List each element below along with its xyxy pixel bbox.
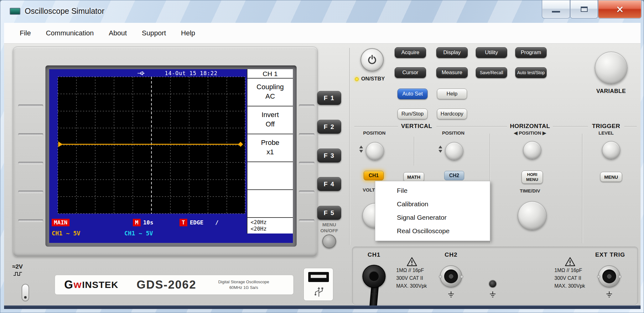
app-window: Oscilloscope Simulator File Communicatio… [0, 0, 644, 313]
ch2-scale-readout: CH1 ~ 5V [124, 230, 153, 237]
screen-bezel: 14-Out 15 18:22 [13, 47, 318, 257]
bezel-ridge [18, 219, 43, 222]
desc-line: 60MHz 1G Sa/s [218, 285, 269, 290]
ch-input-spec: 1MΩ // 16pF 300V CAT II MAX. 300Vpk [396, 266, 427, 290]
bnc-center [369, 271, 379, 282]
ch2-connector-label: CH2 [444, 251, 457, 258]
desc-line: Digital Storage Oscilloscope [218, 279, 269, 285]
measure-button[interactable]: Measure [436, 67, 468, 78]
menu-onoff-label2: ON/OFF [320, 228, 338, 233]
bezel-ridge [18, 191, 43, 193]
context-item-calibration[interactable]: Calibration [375, 197, 490, 211]
menu-help[interactable]: Help [174, 29, 203, 37]
run-stop-button[interactable]: Run/Stop [397, 109, 428, 119]
f5-button[interactable]: F 5 [317, 206, 341, 220]
ground-icon [489, 291, 496, 298]
autoset-button[interactable]: Auto Set [397, 89, 428, 99]
brand-plate: G w INSTEK GDS-2062 Digital Storage Osci… [55, 275, 294, 295]
freq-line: <20Hz [251, 226, 293, 232]
menu-about[interactable]: About [101, 29, 134, 37]
soft-menu-cell-empty2 [247, 190, 293, 218]
down-arrow-icon [359, 150, 363, 153]
power-button[interactable] [361, 48, 384, 71]
utility-button[interactable]: Utility [476, 47, 507, 58]
soft-menu-cell-probe: Probe x1 [247, 134, 293, 162]
menu-communication[interactable]: Communication [38, 29, 101, 37]
ground-icon [605, 291, 613, 298]
ch1-position-knob[interactable] [366, 142, 384, 160]
panel-groove [553, 126, 588, 127]
math-button[interactable]: MATH [403, 172, 424, 182]
autotest-stop-button[interactable]: Auto test/Stop [515, 67, 547, 78]
bezel-ridge [299, 133, 314, 136]
window-title: Oscilloscope Simulator [25, 7, 104, 16]
titlebar[interactable]: Oscilloscope Simulator [0, 0, 644, 23]
context-menu: File Calibration Signal Generator Real O… [375, 181, 490, 241]
spec-line: 1MΩ // 16pF [554, 266, 585, 274]
save-recall-button[interactable]: Save/Recall [476, 67, 507, 78]
usb-port-tongue [311, 275, 326, 278]
context-item-signal-generator[interactable]: Signal Generator [375, 211, 490, 224]
panel-groove [436, 126, 507, 127]
hardcopy-button[interactable]: Hardcopy [437, 109, 467, 119]
help-button[interactable]: Help [437, 89, 467, 99]
ch1-button[interactable]: CH1 [364, 171, 384, 180]
f4-button[interactable]: F 4 [317, 177, 341, 191]
hori-menu-button[interactable]: HORI MENU [522, 171, 543, 184]
menubar: File Communication About Support Help [4, 23, 641, 44]
time-div-label: TIME/DIV [520, 188, 540, 193]
main-badge: MAIN [52, 219, 70, 226]
screen-recess: 14-Out 15 18:22 [45, 65, 297, 247]
acquire-button[interactable]: Acquire [395, 47, 426, 58]
menu-onoff-label: MENU [322, 222, 336, 227]
menu-onoff-button[interactable] [322, 234, 336, 248]
timebase-badge: M [133, 219, 141, 226]
brand-logo-w: w [74, 279, 81, 290]
square-wave-icon [13, 271, 23, 276]
ch2-position-knob[interactable] [445, 142, 463, 160]
horizontal-position-label: ◀ POSITION ▶ [514, 130, 546, 136]
f3-button[interactable]: F 3 [317, 149, 341, 162]
trigger-level-knob[interactable] [602, 141, 620, 159]
probe-comp-hole [24, 296, 27, 299]
cell-line: Invert [247, 110, 293, 120]
maximize-button[interactable] [570, 0, 598, 18]
horizontal-position-knob[interactable] [523, 141, 541, 159]
usb-icon [137, 71, 145, 75]
spec-line: 1MΩ // 16pF [396, 266, 427, 274]
up-arrow-icon [439, 146, 442, 148]
warning-icon [565, 257, 575, 266]
ext-trig-bnc-connector [598, 265, 620, 287]
ch2-button[interactable]: CH2 [444, 171, 464, 180]
screen-datetime: 14-Out 15 18:22 [165, 70, 218, 76]
warning-icon [407, 257, 417, 266]
cell-line: AC [247, 92, 293, 101]
close-button[interactable] [598, 0, 641, 18]
connector-panel: CH1 1MΩ // 16pF 300V CAT II MAX. 300Vpk … [352, 247, 638, 305]
display-button[interactable]: Display [436, 47, 468, 58]
f1-button[interactable]: F 1 [317, 91, 341, 105]
trigger-menu-button[interactable]: MENU [600, 172, 622, 182]
minimize-button[interactable] [542, 0, 570, 18]
cursor-button[interactable]: Cursor [395, 67, 426, 78]
freq-line: <20Hz [251, 219, 293, 226]
context-item-real-oscilloscope[interactable]: Real Oscilloscope [375, 224, 490, 238]
power-icon [367, 54, 377, 65]
trigger-badge: T [179, 219, 187, 226]
trigger-frequency-readout: <20Hz <20Hz [247, 218, 293, 233]
program-button[interactable]: Program [515, 47, 547, 58]
scope-screen: 14-Out 15 18:22 [49, 69, 293, 243]
bnc-pin [607, 274, 611, 279]
oscilloscope-front-panel: 14-Out 15 18:22 [4, 44, 641, 309]
cell-line: Probe [247, 138, 293, 147]
probe-comp-label: ≈2V [12, 263, 23, 270]
menu-support[interactable]: Support [134, 29, 174, 37]
time-div-knob[interactable] [518, 201, 547, 230]
context-item-file[interactable]: File [375, 184, 490, 197]
variable-knob[interactable] [595, 52, 627, 84]
bezel-ridge [299, 191, 314, 193]
bezel-ridge [18, 105, 43, 107]
menu-file[interactable]: File [12, 29, 38, 37]
f2-button[interactable]: F 2 [317, 120, 341, 134]
bezel-ridge [18, 162, 43, 164]
